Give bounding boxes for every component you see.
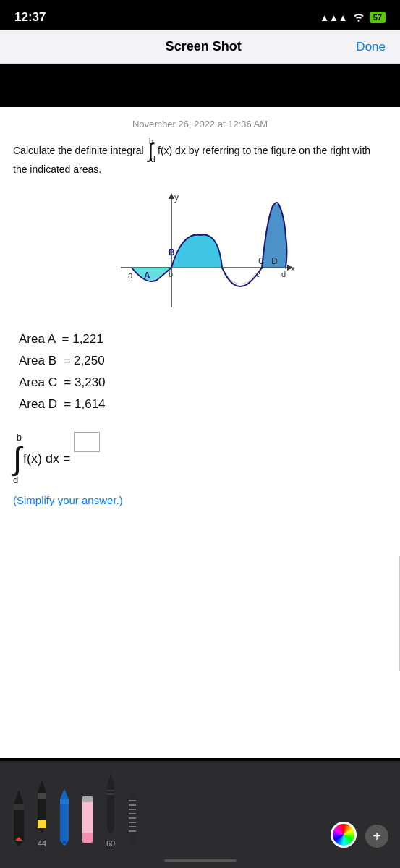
answer-input-box[interactable] [74, 432, 100, 452]
svg-text:x: x [291, 263, 294, 273]
date-label: November 26, 2022 at 12:36 AM [13, 119, 387, 129]
plus-icon[interactable]: + [365, 825, 388, 848]
add-tool-button[interactable]: + [365, 825, 388, 848]
blue-pen-tool[interactable] [58, 788, 71, 848]
blue-pen-icon [58, 788, 71, 848]
svg-rect-23 [38, 820, 46, 828]
home-indicator [164, 859, 237, 862]
status-bar: 12:37 ▲▲▲ 57 [0, 0, 400, 30]
svg-text:y: y [174, 192, 179, 203]
content-area: November 26, 2022 at 12:36 AM Calculate … [0, 107, 400, 758]
integral-big-symbol: ∫ [13, 443, 22, 475]
svg-marker-25 [60, 788, 69, 846]
svg-marker-31 [107, 774, 114, 835]
area-b: Area B = 2,250 [19, 354, 387, 368]
svg-text:b: b [169, 270, 173, 278]
simplify-hint: (Simplify your answer.) [13, 494, 387, 507]
problem-text-start: Calculate the definite integral [13, 145, 144, 156]
svg-rect-21 [14, 804, 24, 810]
nav-title: Screen Shot [51, 39, 356, 54]
status-icons: ▲▲▲ 57 [320, 12, 386, 24]
battery-indicator: 57 [370, 12, 386, 23]
svg-text:d: d [281, 270, 286, 278]
problem-text: Calculate the definite integral b ∫ d f(… [13, 141, 387, 177]
wifi-icon [352, 12, 365, 24]
red-pen-icon [12, 790, 26, 848]
color-picker-button[interactable] [331, 822, 357, 848]
signal-icon: ▲▲▲ [320, 12, 348, 23]
dark-pen1-icon [104, 773, 117, 836]
striped-pen-icon [126, 786, 139, 848]
status-time: 12:37 [14, 10, 46, 25]
nav-bar: Screen Shot Done [0, 30, 400, 64]
striped-pen-tool[interactable] [126, 786, 139, 848]
areas-list: Area A = 1,221 Area B = 2,250 Area C = 3… [19, 332, 387, 412]
svg-rect-28 [82, 796, 93, 836]
done-button[interactable]: Done [356, 40, 386, 54]
svg-text:a: a [128, 271, 133, 281]
svg-text:c: c [256, 270, 260, 278]
svg-rect-30 [82, 796, 93, 802]
bottom-toolbar: 44 60 [0, 761, 400, 868]
svg-text:A: A [144, 271, 150, 281]
svg-rect-29 [82, 833, 93, 843]
yellow-pen-icon [35, 780, 49, 836]
integral-expression: b ∫ d f(x) dx = [13, 432, 387, 485]
pink-pen-icon [80, 793, 95, 848]
svg-text:B: B [169, 247, 175, 258]
integral-top-b: b [149, 135, 153, 148]
area-a: Area A = 1,221 [19, 332, 387, 346]
yellow-pen-label: 44 [38, 839, 46, 848]
graph-svg: x y a B A b C c [106, 192, 294, 315]
area-d: Area D = 1,614 [19, 397, 387, 412]
red-pen-tool[interactable] [12, 790, 26, 848]
area-c: Area C = 3,230 [19, 375, 387, 390]
svg-text:D: D [271, 256, 278, 266]
black-spacer [0, 64, 400, 107]
color-picker-tool[interactable] [331, 822, 357, 848]
fx-dx-label: f(x) dx = [23, 451, 71, 467]
limit-d-label: d [13, 475, 18, 485]
dark-pen1-label: 60 [106, 839, 115, 848]
pink-pen-tool[interactable] [80, 793, 95, 848]
yellow-pen-tool[interactable]: 44 [35, 780, 49, 848]
dark-pen1-tool[interactable]: 60 [104, 773, 117, 848]
svg-text:C: C [258, 256, 265, 266]
integral-bottom-d: d [150, 153, 155, 166]
svg-rect-24 [38, 793, 46, 799]
graph-container: x y a B A b C c [13, 192, 387, 315]
integral-limits: b ∫ d [13, 432, 22, 485]
answer-section: b ∫ d f(x) dx = (Simplify your answer.) [13, 432, 387, 522]
simplify-text: (Simplify your answer.) [13, 494, 123, 506]
svg-rect-27 [60, 799, 69, 804]
